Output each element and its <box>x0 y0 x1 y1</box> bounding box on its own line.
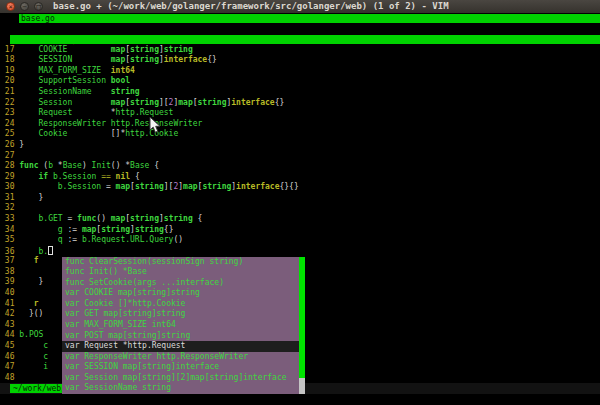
code-token: b.Session <box>53 172 101 181</box>
code-token: () <box>173 235 183 244</box>
code-line[interactable]: 20 SupportSession bool <box>0 76 600 87</box>
code-line[interactable]: 17 COOKIE map[string]string <box>0 45 600 56</box>
code-line[interactable]: 36 b. <box>0 246 600 257</box>
completion-item-selected[interactable]: var Request *http.Request <box>62 341 299 352</box>
completion-item[interactable]: var SESSION map[string]interface <box>62 362 299 373</box>
completion-item-list: func ClearSession(sessionSign string)fun… <box>62 257 299 395</box>
code-token: string <box>164 45 193 54</box>
completion-item[interactable]: var GET map[string]string <box>62 309 299 320</box>
code-token: b <box>48 161 58 170</box>
line-number: 25 <box>0 129 19 138</box>
code-line[interactable]: 31 } <box>0 193 600 204</box>
file-path: ~/work/web/golanger/framework/src/golang… <box>10 384 62 394</box>
code-token: Request <box>19 108 111 117</box>
code-line[interactable]: 21 SessionName string <box>0 87 600 98</box>
code-token: map <box>111 45 125 54</box>
line-number: 40 <box>0 288 19 297</box>
code-token: }() <box>29 309 43 318</box>
line-number: 29 <box>0 172 19 181</box>
popup-scrollbar-thumb[interactable] <box>299 257 305 378</box>
minimize-button[interactable]: − <box>20 2 29 11</box>
line-number: 22 <box>0 98 19 107</box>
close-button[interactable]: × <box>6 2 15 11</box>
code-token: b.GET <box>19 214 67 223</box>
completion-item[interactable]: var Session map[string][2]map[string]int… <box>62 373 299 384</box>
code-token: g <box>19 225 67 234</box>
code-token: q <box>19 235 67 244</box>
code-token <box>19 256 33 265</box>
code-token: string <box>130 98 159 107</box>
line-number: 44 <box>0 330 19 339</box>
code-token: int64 <box>111 66 135 75</box>
code-token: ResponseWriter http.ResponseWriter <box>19 119 202 128</box>
completion-item[interactable]: var MAX_FORM_SIZE int64 <box>62 320 299 331</box>
line-number: 27 <box>0 151 19 160</box>
code-token <box>19 193 38 202</box>
completion-item[interactable]: var Cookie []*http.Cookie <box>62 299 299 310</box>
code-token: SupportSession <box>19 76 111 85</box>
completion-item[interactable]: func ClearSession(sessionSign string) <box>62 257 299 268</box>
code-line[interactable]: 35 q := b.Request.URL.Query() <box>0 235 600 246</box>
code-token: = <box>67 214 77 223</box>
code-token: ) <box>82 161 92 170</box>
code-line[interactable]: 34 g := map[string]string{} <box>0 225 600 236</box>
code-token: } <box>19 140 24 149</box>
code-token: interface <box>164 55 207 64</box>
line-number: 18 <box>0 55 19 64</box>
completion-item[interactable]: var COOKIE map[string]string <box>62 288 299 299</box>
popup-scrollbar[interactable] <box>299 257 305 395</box>
code-line[interactable]: 33 b.GET = func() map[string]string { <box>0 214 600 225</box>
completion-item[interactable]: func SetCookie(args ...interface) <box>62 278 299 289</box>
line-number: 45 <box>0 341 19 350</box>
code-line[interactable]: 32 <box>0 203 600 214</box>
code-token: string <box>130 45 159 54</box>
code-line[interactable]: 27 <box>0 151 600 162</box>
code-line[interactable]: 28 func (b *Base) Init() *Base { <box>0 161 600 172</box>
title-bar: × − □ base.go + (~/work/web/golanger/fra… <box>0 0 600 13</box>
line-number: 46 <box>0 352 19 361</box>
code-token: := <box>67 235 81 244</box>
code-line[interactable]: 18 SESSION map[string]interface{} <box>0 55 600 66</box>
mbe-status-line: 3 -MiniBufExplorer- [-][none,utf-8,unix]… <box>0 34 600 45</box>
line-number: 23 <box>0 108 19 117</box>
completion-item[interactable]: var SessionName string <box>62 383 299 394</box>
minimize-icon: − <box>21 2 28 12</box>
code-token: Base <box>130 161 154 170</box>
popup-scrollbar-track <box>299 378 305 395</box>
line-number: 21 <box>0 87 19 96</box>
code-token: string <box>164 214 198 223</box>
code-token: SESSION <box>19 55 111 64</box>
line-number: 36 <box>0 247 19 256</box>
code-token: http.Request <box>116 108 174 117</box>
maximize-icon: □ <box>35 2 42 12</box>
code-token: map <box>82 225 96 234</box>
maximize-button[interactable]: □ <box>34 2 43 11</box>
code-token: if <box>39 172 53 181</box>
code-token: i <box>19 362 48 371</box>
code-token: map <box>183 182 197 191</box>
code-token: COOKIE <box>19 45 111 54</box>
code-line[interactable]: 23 Request *http.Request <box>0 108 600 119</box>
code-token: { <box>135 172 140 181</box>
completion-item[interactable]: var ResponseWriter http.ResponseWriter <box>62 352 299 363</box>
code-token: {}{} <box>279 182 298 191</box>
code-line[interactable]: 25 Cookie []*http.Cookie <box>0 129 600 140</box>
code-line[interactable]: 24 ResponseWriter http.ResponseWriter <box>0 119 600 130</box>
completion-item[interactable]: var POST map[string]string <box>62 331 299 342</box>
code-line[interactable]: 19 MAX_FORM_SIZE int64 <box>0 66 600 77</box>
code-token: := <box>67 225 81 234</box>
vim-window: × − □ base.go + (~/work/web/golanger/fra… <box>0 0 600 405</box>
code-line[interactable]: 30 b.Session = map[string][2]map[string]… <box>0 182 600 193</box>
code-token: } <box>39 277 44 286</box>
window-title: base.go + (~/work/web/golanger/framework… <box>53 1 449 12</box>
code-line[interactable]: 29 if b.Session == nil { <box>0 172 600 183</box>
line-number: 35 <box>0 235 19 244</box>
completion-item[interactable]: func Init() *Base <box>62 267 299 278</box>
code-line[interactable]: 26 } <box>0 140 600 151</box>
code-line[interactable]: 22 Session map[string][2]map[string]inte… <box>0 98 600 109</box>
tab-current[interactable]: base.go <box>19 14 600 24</box>
line-number: 19 <box>0 66 19 75</box>
code-token: string <box>202 182 231 191</box>
code-token: string <box>101 225 130 234</box>
code-token: map <box>111 98 125 107</box>
